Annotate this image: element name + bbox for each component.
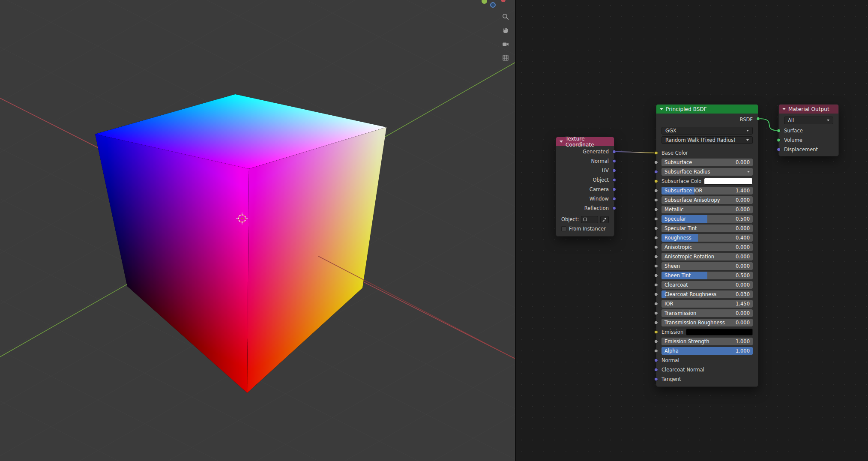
pb-socket-anisotropic-rotation[interactable] xyxy=(654,255,658,259)
label: IOR xyxy=(664,301,673,307)
shader-editor-canvas[interactable]: Texture Coordinate GeneratedNormalUVObje… xyxy=(515,0,868,461)
swatch-emission[interactable] xyxy=(686,329,753,335)
label: 0.000 xyxy=(736,310,750,316)
from-instancer-checkbox[interactable] xyxy=(561,226,566,231)
pb-socket-subsurface-radius[interactable] xyxy=(654,170,658,174)
tc-socket-uv[interactable] xyxy=(612,169,616,173)
pb-socket-metallic[interactable] xyxy=(654,208,658,212)
subsurface-method-dropdown[interactable]: Random Walk (Fixed Radius) xyxy=(661,136,753,144)
slider-subsurface-anisotropy[interactable]: Subsurface Anisotropy0.000 xyxy=(661,196,753,204)
label: Subsurface Anisotropy xyxy=(664,197,720,203)
camera-view-button[interactable] xyxy=(501,39,510,49)
mo-socket-surface[interactable] xyxy=(777,129,781,133)
tc-socket-window[interactable] xyxy=(612,197,616,201)
tc-socket-reflection[interactable] xyxy=(612,207,616,210)
slider-subsurface-ior[interactable]: Subsurface IOR1.400 xyxy=(661,187,753,195)
label: 1.000 xyxy=(736,338,750,344)
slider-ior[interactable]: IOR1.450 xyxy=(661,300,753,308)
pb-socket-subsurface-anisotropy[interactable] xyxy=(654,198,658,202)
slider-roughness[interactable]: Roughness0.400 xyxy=(661,234,753,242)
pb-socket-ior[interactable] xyxy=(654,302,658,306)
distribution-dropdown[interactable]: GGX xyxy=(661,127,753,135)
slider-transmission-roughness[interactable]: Transmission Roughness0.000 xyxy=(661,319,753,326)
label: Specular xyxy=(664,216,686,222)
tc-socket-camera[interactable] xyxy=(612,188,616,192)
slider-sheen-tint[interactable]: Sheen Tint0.500 xyxy=(661,272,753,279)
collapse-icon[interactable] xyxy=(560,141,563,143)
axis-y-ball[interactable] xyxy=(482,0,487,4)
viewport-3d[interactable] xyxy=(0,0,515,461)
nav-gizmo[interactable] xyxy=(479,0,515,9)
collapse-icon[interactable] xyxy=(660,108,663,110)
pb-socket-clearcoat-roughness[interactable] xyxy=(654,293,658,296)
node-header[interactable]: Texture Coordinate xyxy=(556,137,614,146)
pb-socket-subsurface-colo[interactable] xyxy=(654,180,658,183)
slider-transmission[interactable]: Transmission0.000 xyxy=(661,309,753,317)
slider-alpha[interactable]: Alpha1.000 xyxy=(661,347,753,355)
pb-socket-normal[interactable] xyxy=(654,359,658,362)
pb-socket-specular[interactable] xyxy=(654,217,658,221)
slider-specular[interactable]: Specular0.500 xyxy=(661,215,753,223)
pb-socket-alpha[interactable] xyxy=(654,349,658,353)
slider-anisotropic[interactable]: Anisotropic0.000 xyxy=(661,243,753,251)
label: Generated xyxy=(583,149,609,155)
tc-socket-normal[interactable] xyxy=(612,159,616,163)
slider-clearcoat-roughness[interactable]: Clearcoat Roughness0.030 xyxy=(661,290,753,298)
pb-socket-roughness[interactable] xyxy=(654,236,658,240)
slider-clearcoat[interactable]: Clearcoat0.000 xyxy=(661,281,753,289)
slider-metallic[interactable]: Metallic0.000 xyxy=(661,206,753,213)
pan-button[interactable] xyxy=(501,26,510,35)
label: Reflection xyxy=(584,205,609,211)
pb-socket-bsdf[interactable] xyxy=(756,117,760,121)
collapse-icon[interactable] xyxy=(782,108,786,110)
slider-sheen[interactable]: Sheen0.000 xyxy=(661,262,753,270)
row-transmission-roughness: Transmission Roughness0.000 xyxy=(656,318,758,327)
object-field[interactable] xyxy=(581,216,598,223)
pb-socket-base-color[interactable] xyxy=(654,151,658,155)
pb-socket-tangent[interactable] xyxy=(654,377,658,381)
node-principled-bsdf[interactable]: Principled BSDF BSDF GGX Random Walk (Fi… xyxy=(656,104,758,387)
cube-object[interactable] xyxy=(95,94,386,393)
row-emission: Emission xyxy=(656,327,758,337)
pb-socket-sheen-tint[interactable] xyxy=(654,274,658,278)
pb-socket-sheen[interactable] xyxy=(654,264,658,268)
node-material-output[interactable]: Material Output All SurfaceVolumeDisplac… xyxy=(778,104,839,156)
pb-socket-transmission[interactable] xyxy=(654,311,658,315)
tc-socket-object[interactable] xyxy=(612,178,616,182)
tc-socket-generated[interactable] xyxy=(612,150,616,154)
slider-specular-tint[interactable]: Specular Tint0.000 xyxy=(661,225,753,232)
swatch-subsurface-colo[interactable] xyxy=(704,178,753,185)
pb-socket-emission[interactable] xyxy=(654,330,658,334)
label: Roughness xyxy=(664,235,691,241)
slider-anisotropic-rotation[interactable]: Anisotropic Rotation0.000 xyxy=(661,253,753,260)
mo-socket-displacement[interactable] xyxy=(777,148,781,152)
slider-emission-strength[interactable]: Emission Strength1.000 xyxy=(661,338,753,345)
pb-socket-specular-tint[interactable] xyxy=(654,227,658,230)
dropdown-subsurface-radius[interactable]: Subsurface Radius xyxy=(661,168,753,176)
axis-z-ball[interactable] xyxy=(490,2,496,8)
row-subsurface-colo: Subsurface Colo xyxy=(656,177,758,186)
node-header[interactable]: Principled BSDF xyxy=(656,105,758,114)
pb-socket-clearcoat-normal[interactable] xyxy=(654,368,658,372)
row-specular-tint: Specular Tint0.000 xyxy=(656,224,758,233)
zoom-button[interactable] xyxy=(501,12,510,21)
pb-socket-subsurface[interactable] xyxy=(654,161,658,165)
row-normal: Normal xyxy=(556,156,614,166)
pb-socket-transmission-roughness[interactable] xyxy=(654,321,658,325)
pb-socket-subsurface-ior[interactable] xyxy=(654,189,658,193)
pb-socket-anisotropic[interactable] xyxy=(654,245,658,249)
target-dropdown[interactable]: All xyxy=(784,117,833,124)
node-texture-coordinate[interactable]: Texture Coordinate GeneratedNormalUVObje… xyxy=(556,137,614,236)
label: 0.000 xyxy=(736,320,750,326)
from-instancer-label: From Instancer xyxy=(569,226,606,232)
pb-socket-emission-strength[interactable] xyxy=(654,340,658,344)
node-header[interactable]: Material Output xyxy=(779,105,838,114)
eyedropper-button[interactable] xyxy=(600,216,609,223)
toggle-grid-button[interactable] xyxy=(501,53,510,63)
slider-subsurface[interactable]: Subsurface0.000 xyxy=(661,159,753,166)
row-tangent: Tangent xyxy=(656,374,758,384)
axis-x-ball[interactable] xyxy=(501,0,506,2)
row-anisotropic: Anisotropic0.000 xyxy=(656,242,758,252)
pb-socket-clearcoat[interactable] xyxy=(654,283,658,287)
mo-socket-volume[interactable] xyxy=(777,138,781,142)
